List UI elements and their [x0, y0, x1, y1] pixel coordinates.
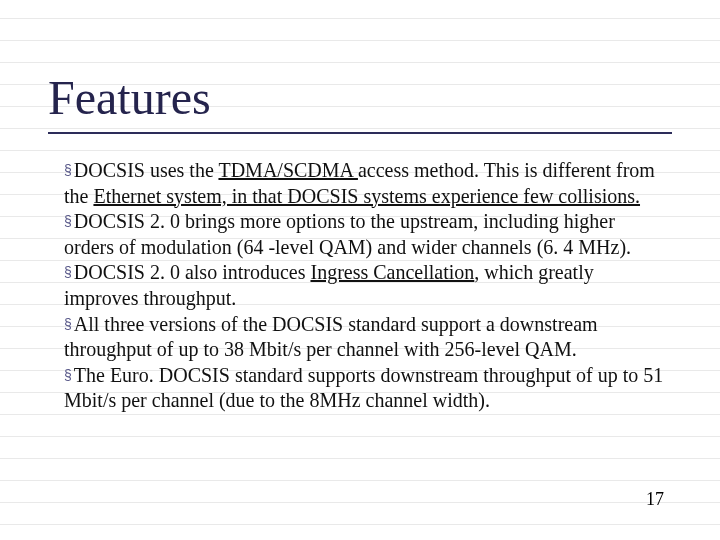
bullet-icon: § [64, 264, 72, 282]
slide-title: Features [48, 70, 211, 125]
bullet-icon: § [64, 316, 72, 334]
bullet-icon: § [64, 213, 72, 231]
page-number: 17 [646, 489, 664, 510]
bullet-1-link-a: TDMA/SCDMA [218, 159, 357, 181]
bullet-1-link-b: Ethernet system, in that DOCSIS systems … [93, 185, 640, 207]
bullet-icon: § [64, 367, 72, 385]
slide-body: §DOCSIS uses the TDMA/SCDMA access metho… [64, 158, 668, 414]
bullet-3-link-a: Ingress Cancellation [310, 261, 474, 283]
bullet-icon: § [64, 162, 72, 180]
bullet-5-text: The Euro. DOCSIS standard supports downs… [64, 364, 663, 412]
bullet-2-text: DOCSIS 2. 0 brings more options to the u… [64, 210, 631, 258]
bullet-1-text-a: DOCSIS uses the [74, 159, 219, 181]
bullet-4-text: All three versions of the DOCSIS standar… [64, 313, 598, 361]
bullet-3-text-a: DOCSIS 2. 0 also introduces [74, 261, 311, 283]
title-underline [48, 132, 672, 134]
